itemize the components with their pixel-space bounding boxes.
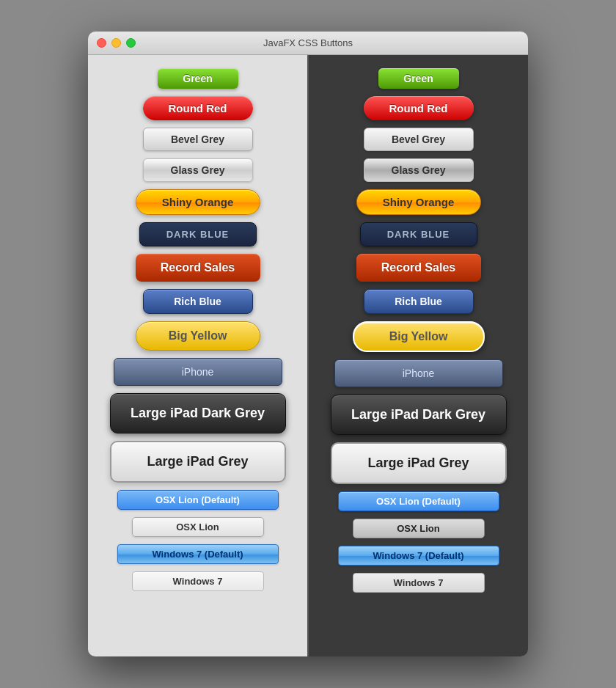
green-button-left[interactable]: Green	[158, 68, 238, 89]
large-ipad-grey-button-right[interactable]: Large iPad Grey	[331, 442, 507, 484]
record-sales-button-left[interactable]: Record Sales	[136, 254, 260, 282]
titlebar: JavaFX CSS Buttons	[88, 32, 528, 55]
big-yellow-button-right[interactable]: Big Yellow	[353, 321, 485, 352]
round-red-button-right[interactable]: Round Red	[364, 96, 474, 120]
shiny-orange-button-right[interactable]: Shiny Orange	[356, 189, 481, 215]
win7-default-button-left[interactable]: Windows 7 (Default)	[117, 544, 279, 564]
dark-blue-button-right[interactable]: DARK BLUE	[360, 222, 477, 246]
iphone-button-left[interactable]: iPhone	[114, 358, 282, 386]
close-button[interactable]	[97, 38, 106, 48]
right-panel: Green Round Red Bevel Grey Glass Grey Sh…	[309, 55, 528, 656]
shiny-orange-button-left[interactable]: Shiny Orange	[136, 189, 260, 215]
bevel-grey-button-left[interactable]: Bevel Grey	[143, 128, 253, 151]
bevel-grey-button-right[interactable]: Bevel Grey	[364, 128, 474, 151]
rich-blue-button-right[interactable]: Rich Blue	[364, 289, 474, 314]
big-yellow-button-left[interactable]: Big Yellow	[136, 321, 260, 351]
round-red-button-left[interactable]: Round Red	[143, 96, 253, 120]
maximize-button[interactable]	[126, 38, 136, 48]
glass-grey-button-right[interactable]: Glass Grey	[364, 158, 474, 182]
window-title: JavaFX CSS Buttons	[263, 37, 353, 48]
dark-blue-button-left[interactable]: DARK BLUE	[139, 222, 257, 246]
iphone-button-right[interactable]: iPhone	[334, 359, 503, 387]
minimize-button[interactable]	[111, 38, 121, 48]
osx-default-button-right[interactable]: OSX Lion (Default)	[338, 491, 499, 511]
osx-lion-button-left[interactable]: OSX Lion	[132, 517, 264, 537]
rich-blue-button-left[interactable]: Rich Blue	[143, 289, 253, 314]
large-ipad-dark-button-right[interactable]: Large iPad Dark Grey	[331, 395, 507, 435]
green-button-right[interactable]: Green	[378, 68, 459, 89]
content-area: Green Round Red Bevel Grey Glass Grey Sh…	[88, 55, 528, 656]
win7-button-left[interactable]: Windows 7	[132, 571, 264, 591]
large-ipad-grey-button-left[interactable]: Large iPad Grey	[110, 441, 286, 483]
main-window: JavaFX CSS Buttons Green Round Red Bevel…	[88, 32, 528, 656]
record-sales-button-right[interactable]: Record Sales	[356, 254, 481, 282]
osx-lion-button-right[interactable]: OSX Lion	[353, 519, 485, 538]
osx-default-button-left[interactable]: OSX Lion (Default)	[117, 490, 279, 510]
left-panel: Green Round Red Bevel Grey Glass Grey Sh…	[88, 55, 307, 656]
win7-button-right[interactable]: Windows 7	[353, 573, 485, 593]
large-ipad-dark-button-left[interactable]: Large iPad Dark Grey	[110, 393, 286, 433]
glass-grey-button-left[interactable]: Glass Grey	[143, 158, 253, 182]
traffic-lights	[97, 38, 136, 48]
win7-default-button-right[interactable]: Windows 7 (Default)	[338, 546, 499, 566]
